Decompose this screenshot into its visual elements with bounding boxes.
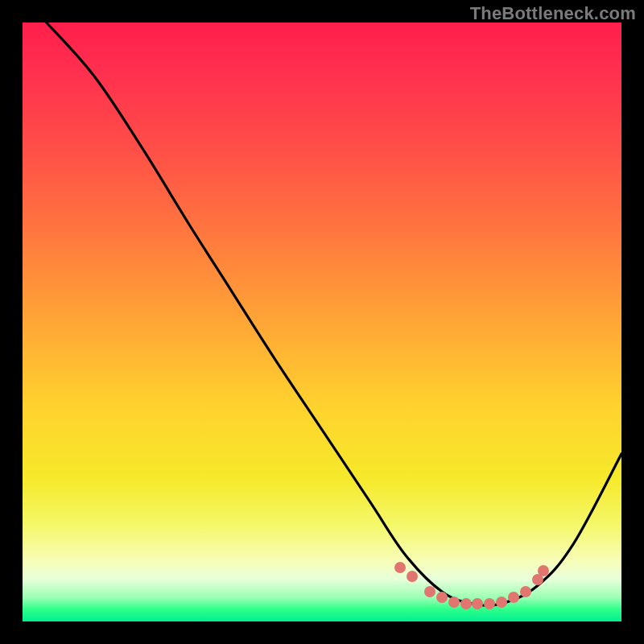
valley-dot: [538, 565, 549, 576]
valley-dot: [508, 592, 519, 603]
valley-dot: [460, 598, 472, 609]
valley-dot: [436, 592, 448, 603]
watermark-text: TheBottleneck.com: [470, 3, 636, 24]
chart-plot-area: [23, 23, 621, 621]
valley-dot: [496, 597, 507, 608]
valley-dots-layer: [23, 23, 621, 621]
valley-dot: [407, 571, 418, 582]
valley-dot: [424, 586, 436, 597]
chart-stage: TheBottleneck.com: [0, 0, 644, 644]
valley-dot: [448, 597, 460, 608]
valley-dot: [472, 598, 483, 609]
valley-dot: [484, 598, 495, 609]
valley-dot: [394, 562, 406, 573]
valley-dot: [520, 586, 531, 597]
